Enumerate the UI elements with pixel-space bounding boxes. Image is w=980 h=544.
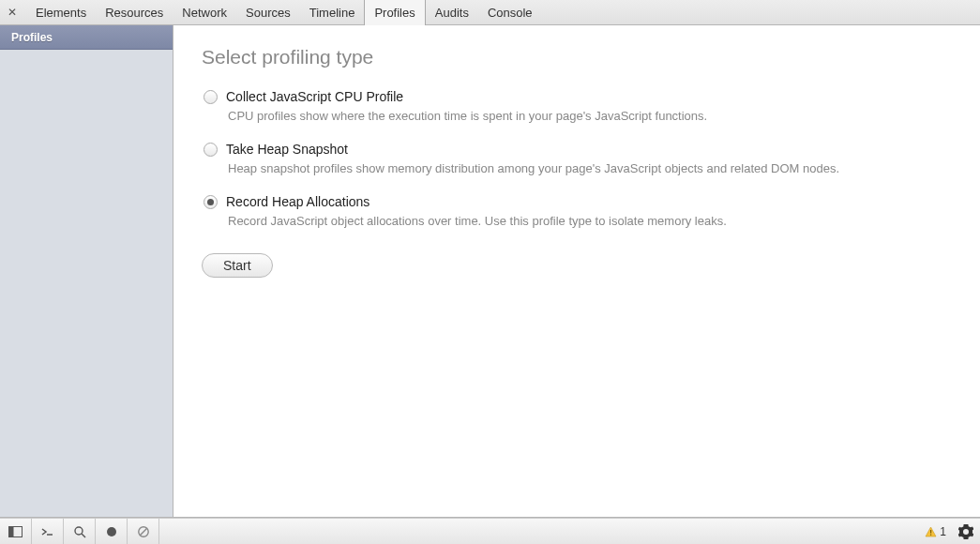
sidebar: Profiles — [0, 25, 173, 517]
tab-sources[interactable]: Sources — [236, 0, 300, 25]
radio-icon[interactable] — [204, 195, 218, 209]
warnings-badge[interactable]: 1 — [925, 525, 946, 538]
tab-elements[interactable]: Elements — [26, 0, 96, 25]
clear-icon[interactable] — [128, 519, 159, 545]
profile-option-heap-allocations[interactable]: Record Heap Allocations Record JavaScrip… — [202, 194, 952, 230]
profile-option-heap-snapshot[interactable]: Take Heap Snapshot Heap snapshot profile… — [202, 142, 952, 177]
option-title: Take Heap Snapshot — [226, 142, 348, 157]
radio-icon[interactable] — [204, 90, 218, 104]
close-icon[interactable]: ✕ — [6, 6, 19, 19]
console-icon[interactable] — [32, 519, 64, 545]
tab-network[interactable]: Network — [173, 0, 236, 25]
option-desc: Record JavaScript object allocations ove… — [228, 213, 952, 230]
svg-line-7 — [140, 528, 146, 535]
status-bar: 1 — [0, 518, 980, 544]
svg-point-3 — [75, 527, 83, 535]
tab-profiles[interactable]: Profiles — [364, 0, 425, 25]
settings-icon[interactable] — [952, 524, 980, 539]
warnings-count: 1 — [940, 525, 946, 538]
svg-rect-1 — [9, 526, 14, 536]
tab-audits[interactable]: Audits — [426, 0, 478, 25]
devtools-tabbar: ✕ Elements Resources Network Sources Tim… — [0, 0, 980, 25]
tab-resources[interactable]: Resources — [96, 0, 173, 25]
svg-rect-10 — [930, 534, 931, 535]
option-title: Record Heap Allocations — [226, 194, 369, 209]
record-icon[interactable] — [96, 519, 128, 545]
dock-icon[interactable] — [0, 519, 32, 545]
option-title: Collect JavaScript CPU Profile — [226, 89, 403, 104]
tab-timeline[interactable]: Timeline — [300, 0, 365, 25]
main-panel: Select profiling type Collect JavaScript… — [173, 25, 980, 517]
start-button[interactable]: Start — [202, 253, 273, 278]
tab-console[interactable]: Console — [478, 0, 542, 25]
warning-icon — [925, 526, 937, 537]
svg-point-5 — [107, 527, 116, 536]
page-title: Select profiling type — [202, 46, 952, 68]
sidebar-header: Profiles — [0, 25, 173, 50]
option-desc: CPU profiles show where the execution ti… — [228, 108, 952, 125]
profile-option-cpu[interactable]: Collect JavaScript CPU Profile CPU profi… — [202, 89, 952, 125]
svg-rect-9 — [930, 530, 931, 534]
option-desc: Heap snapshot profiles show memory distr… — [228, 160, 952, 177]
search-icon[interactable] — [64, 519, 96, 545]
svg-line-4 — [82, 534, 85, 537]
radio-icon[interactable] — [204, 143, 218, 157]
